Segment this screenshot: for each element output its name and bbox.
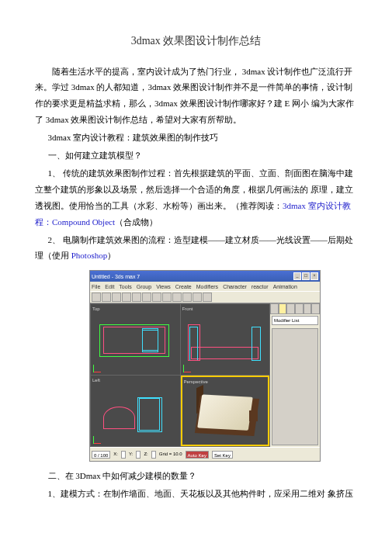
menu-animation[interactable]: Animation bbox=[273, 282, 297, 292]
display-tab-icon[interactable] bbox=[304, 303, 312, 314]
window-controls: _ □ × bbox=[293, 272, 318, 280]
rotate-icon[interactable] bbox=[142, 293, 151, 302]
utilities-tab-icon[interactable] bbox=[311, 303, 320, 314]
item-2-1: 1、建模方式：在制作墙面、地面、天花板以及其他构件时，应采用二维对 象挤压 bbox=[35, 486, 357, 502]
snap-icon[interactable] bbox=[162, 293, 172, 302]
material-icon[interactable] bbox=[193, 293, 202, 302]
item-1-2-suffix: ） bbox=[107, 251, 116, 260]
move-icon[interactable] bbox=[132, 293, 141, 302]
work-area: Top Front Left bbox=[90, 303, 320, 447]
item-1-1: 1、 传统的建筑效果图制作过程：首先根据建筑的平面、立面、剖面图在脑海中建立整个… bbox=[35, 165, 357, 230]
viewport-perspective[interactable]: Perspective bbox=[181, 376, 270, 446]
menu-views[interactable]: Views bbox=[156, 282, 171, 292]
select-icon[interactable] bbox=[122, 293, 131, 302]
viewport-left[interactable]: Left bbox=[91, 376, 180, 446]
menu-file[interactable]: File bbox=[92, 282, 100, 292]
menu-reactor[interactable]: reactor bbox=[252, 282, 269, 292]
axis-gizmo-icon bbox=[93, 433, 104, 444]
redo-icon[interactable] bbox=[102, 293, 111, 302]
set-key-button[interactable]: Set Key bbox=[212, 451, 233, 459]
menu-edit[interactable]: Edit bbox=[105, 282, 114, 292]
coord-z-label: Z: bbox=[144, 450, 147, 459]
auto-key-button[interactable]: Auto Key bbox=[186, 451, 209, 459]
embedded-screenshot-3dsmax: Untitled - 3ds max 7 _ □ × File Edit Too… bbox=[89, 270, 321, 462]
status-bar: 0 / 100 X: Y: Z: Grid = 10.0 Auto Key Se… bbox=[90, 447, 320, 461]
mirror-icon[interactable] bbox=[172, 293, 182, 302]
frame-counter: 0 / 100 bbox=[92, 451, 110, 459]
axis-gizmo-icon bbox=[93, 362, 104, 372]
page-title: 3dmax 效果图设计制作总结 bbox=[35, 31, 357, 52]
modifier-list-dropdown[interactable]: Modifier List bbox=[272, 316, 318, 325]
viewport-perspective-label: Perspective bbox=[184, 378, 208, 386]
subheading-tutorial: 3dmax 室内设计教程：建筑效果图的制作技巧 bbox=[35, 130, 357, 146]
viewport-left-label: Left bbox=[92, 376, 100, 385]
section-2-heading: 二、在 3Dmax 中如何减少建模的数量？ bbox=[35, 468, 357, 484]
coord-x-field[interactable] bbox=[121, 451, 126, 459]
modifier-stack[interactable] bbox=[272, 328, 318, 445]
item-1-2: 2、 电脑制作建筑效果图的流程：造型建模——建立材质——光线设置——后期处理（使… bbox=[35, 232, 357, 265]
viewport-top-label: Top bbox=[92, 305, 100, 313]
grid-label: Grid = 10.0 bbox=[159, 450, 182, 459]
hierarchy-tab-icon[interactable] bbox=[286, 303, 295, 314]
menu-modifiers[interactable]: Modifiers bbox=[196, 282, 218, 292]
minimize-button[interactable]: _ bbox=[293, 272, 301, 280]
align-icon[interactable] bbox=[182, 293, 192, 302]
window-title-text: Untitled - 3ds max 7 bbox=[92, 272, 140, 282]
section-1-heading: 一、如何建立建筑模型？ bbox=[35, 147, 357, 164]
coord-z-field[interactable] bbox=[151, 451, 156, 459]
viewport-top[interactable]: Top bbox=[91, 304, 180, 375]
menu-bar[interactable]: File Edit Tools Group Views Create Modif… bbox=[90, 282, 320, 291]
scale-icon[interactable] bbox=[152, 293, 161, 302]
viewport-front[interactable]: Front bbox=[181, 304, 270, 375]
item-1-1-suffix: （合成物） bbox=[115, 217, 158, 227]
render-icon[interactable] bbox=[203, 293, 212, 302]
close-button[interactable]: × bbox=[310, 272, 318, 280]
link-icon[interactable] bbox=[112, 293, 121, 302]
command-panel[interactable]: Modifier List bbox=[270, 303, 320, 447]
undo-icon[interactable] bbox=[92, 293, 101, 302]
viewport-front-label: Front bbox=[182, 305, 193, 313]
link-photoshop: Photoshop bbox=[71, 251, 107, 260]
intro-paragraph: 随着生活水平的提高，室内设计成为了热门行业， 3dmax 设计制作也广泛流行开来… bbox=[35, 64, 357, 129]
main-toolbar[interactable] bbox=[90, 291, 320, 303]
window-titlebar: Untitled - 3ds max 7 _ □ × bbox=[90, 271, 320, 282]
coord-y-label: Y: bbox=[129, 450, 133, 459]
maximize-button[interactable]: □ bbox=[302, 272, 310, 280]
axis-gizmo-icon bbox=[183, 362, 194, 372]
command-panel-tabs[interactable] bbox=[270, 303, 320, 314]
menu-tools[interactable]: Tools bbox=[119, 282, 131, 292]
coord-x-label: X: bbox=[113, 450, 118, 459]
viewports: Top Front Left bbox=[90, 303, 270, 447]
create-tab-icon[interactable] bbox=[270, 303, 279, 314]
menu-group[interactable]: Group bbox=[137, 282, 151, 292]
coord-y-field[interactable] bbox=[136, 451, 140, 459]
modify-tab-icon[interactable] bbox=[279, 303, 287, 314]
menu-create[interactable]: Create bbox=[175, 282, 192, 292]
menu-character[interactable]: Character bbox=[223, 282, 247, 292]
bed-model bbox=[197, 397, 257, 435]
motion-tab-icon[interactable] bbox=[295, 303, 304, 314]
